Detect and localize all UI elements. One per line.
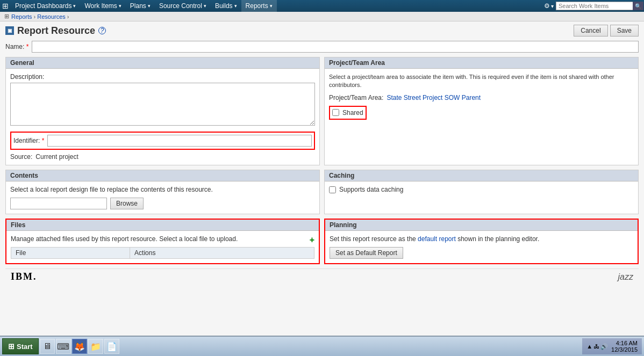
files-section-body: Manage attached files used by this repor… [6, 231, 319, 263]
general-project-columns: General Description: Identifier: * Sourc… [5, 57, 639, 165]
search-input[interactable] [559, 3, 633, 9]
breadcrumb-resources[interactable]: Resources [37, 13, 66, 20]
project-section-body: Select a project/team area to associate … [325, 69, 638, 124]
help-icon[interactable]: ? [98, 27, 106, 34]
ibm-footer: IBM. jazz [5, 268, 639, 285]
breadcrumb-reports[interactable]: Reports [11, 13, 32, 20]
breadcrumb-icon: ⊞ [4, 13, 9, 20]
files-desc: Manage attached files used by this repor… [11, 235, 238, 243]
nav-item-dashboards[interactable]: Project Dashboards▾ [11, 0, 80, 12]
contents-desc: Select a local report design file to rep… [10, 186, 315, 193]
top-navigation: ⊞ Project Dashboards▾ Work Items▾ Plans▾… [0, 0, 644, 12]
files-table: File Actions [11, 247, 314, 259]
set-default-report-button[interactable]: Set as Default Report [330, 247, 403, 259]
planning-section-header: Planning [325, 220, 638, 231]
general-section-header: General [6, 57, 319, 69]
files-col-file: File [11, 248, 130, 259]
save-button[interactable]: Save [610, 25, 639, 37]
description-label: Description: [10, 73, 315, 81]
source-row: Source: Current project [10, 153, 315, 161]
name-input[interactable] [32, 41, 639, 53]
identifier-row: Identifier: * [10, 132, 315, 150]
files-col-actions: Actions [130, 248, 314, 259]
browse-button[interactable]: Browse [110, 198, 144, 209]
file-input-box [10, 198, 107, 209]
grid-icon[interactable]: ⊞ [2, 2, 9, 10]
caching-section-header: Caching [325, 170, 638, 181]
files-section-header: Files [6, 220, 319, 231]
general-section-body: Description: Identifier: * Source: Curre… [6, 69, 319, 165]
search-button[interactable]: 🔍 [633, 2, 643, 10]
contents-caching-columns: Contents Select a local report design fi… [5, 170, 639, 214]
nav-item-reports[interactable]: Reports▾ [241, 0, 277, 12]
planning-section: Planning Set this report resource as the… [324, 219, 639, 264]
caching-row: Supports data caching [329, 186, 634, 193]
contents-section: Contents Select a local report design fi… [5, 170, 320, 214]
source-value: Current project [35, 153, 78, 161]
contents-section-header: Contents [6, 170, 319, 181]
page-title: Report Resource [17, 25, 95, 37]
planning-section-body: Set this report resource as the default … [325, 231, 638, 263]
planning-desc: Set this report resource as the default … [330, 235, 633, 243]
nav-item-workitems[interactable]: Work Items▾ [80, 0, 125, 12]
project-area-row: Project/Team Area: State Street Project … [329, 94, 634, 101]
header-buttons: Cancel Save [574, 25, 639, 37]
page-title-area: ▣ Report Resource ? [5, 25, 106, 37]
caching-label: Supports data caching [339, 186, 403, 193]
caching-checkbox[interactable] [329, 186, 336, 193]
nav-item-builds[interactable]: Builds▾ [211, 0, 241, 12]
identifier-input[interactable] [47, 135, 312, 147]
main-content: ▣ Report Resource ? Cancel Save Name: * … [0, 21, 644, 336]
name-label: Name: * [5, 43, 28, 50]
shared-row: Shared [329, 106, 367, 120]
files-planning-columns: Files Manage attached files used by this… [5, 219, 639, 264]
identifier-label: Identifier: * [13, 137, 44, 144]
nav-menu-icon[interactable]: ▾ [551, 3, 554, 9]
name-row: Name: * [5, 41, 639, 53]
settings-icon[interactable]: ⚙ [544, 2, 550, 10]
page-header: ▣ Report Resource ? Cancel Save [5, 25, 639, 37]
caching-section-body: Supports data caching [325, 181, 638, 198]
caching-section: Caching Supports data caching [324, 170, 639, 214]
jazz-logo: jazz [618, 272, 633, 282]
project-section: Project/Team Area Select a project/team … [324, 57, 639, 165]
contents-section-body: Select a local report design file to rep… [6, 181, 319, 214]
default-report-link[interactable]: default report [418, 235, 456, 243]
general-section: General Description: Identifier: * Sourc… [5, 57, 320, 165]
add-file-icon[interactable]: + [310, 235, 314, 245]
project-area-label: Project/Team Area: [329, 94, 383, 101]
report-resource-icon: ▣ [5, 26, 14, 35]
project-area-link[interactable]: State Street Project SOW Parent [387, 94, 481, 101]
search-area: 🔍 [556, 2, 642, 10]
project-section-header: Project/Team Area [325, 57, 638, 69]
cancel-button[interactable]: Cancel [574, 25, 607, 37]
nav-item-plans[interactable]: Plans▾ [126, 0, 155, 12]
source-label: Source: [10, 153, 32, 161]
shared-label: Shared [342, 109, 363, 117]
project-desc: Select a project/team area to associate … [329, 73, 634, 90]
breadcrumb: ⊞ Reports › Resources › [0, 12, 644, 21]
file-upload-row: Browse [10, 198, 315, 209]
shared-checkbox[interactable] [332, 109, 339, 116]
nav-item-sourcecontrol[interactable]: Source Control▾ [155, 0, 211, 12]
description-textarea[interactable] [10, 83, 315, 126]
files-section: Files Manage attached files used by this… [5, 219, 320, 264]
ibm-logo: IBM. [11, 271, 37, 282]
